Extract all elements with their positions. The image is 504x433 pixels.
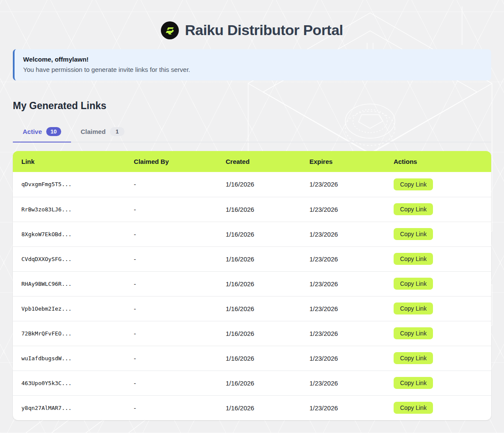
links-table-body: qDvxgmFmg5T5... - 1/16/2026 1/23/2026 Co… xyxy=(13,172,491,420)
actions-cell: Copy Link xyxy=(394,172,491,197)
claimed-by-cell: - xyxy=(134,246,226,271)
copy-link-button[interactable]: Copy Link xyxy=(394,402,433,414)
actions-cell: Copy Link xyxy=(394,296,491,321)
claimed-by-cell: - xyxy=(134,346,226,371)
link-code-cell: Vpb1Oebm2Iez... xyxy=(13,296,134,321)
table-row: RrBw3zo83LJ6... - 1/16/2026 1/23/2026 Co… xyxy=(13,197,491,222)
created-cell: 1/16/2026 xyxy=(225,371,309,395)
actions-cell: Copy Link xyxy=(394,222,491,246)
link-code-cell: 463Upo0Y5k3C... xyxy=(13,371,134,395)
expires-cell: 1/23/2026 xyxy=(309,321,394,346)
copy-link-button[interactable]: Copy Link xyxy=(394,352,433,364)
links-table: Link Claimed By Created Expires Actions … xyxy=(13,151,491,420)
copy-link-button[interactable]: Copy Link xyxy=(394,327,433,339)
table-row: 8XgkoW7EkOBd... - 1/16/2026 1/23/2026 Co… xyxy=(13,222,491,246)
expires-cell: 1/23/2026 xyxy=(309,197,394,222)
claimed-by-cell: - xyxy=(134,197,226,222)
welcome-banner-title: Welcome, offmylawn! xyxy=(23,56,483,63)
created-cell: 1/16/2026 xyxy=(225,395,309,420)
page-container: Raiku Distributor Portal Welcome, offmyl… xyxy=(0,0,504,420)
created-cell: 1/16/2026 xyxy=(225,321,309,346)
links-tabs: Active 10 Claimed 1 xyxy=(13,123,491,142)
expires-cell: 1/23/2026 xyxy=(309,246,394,271)
copy-link-button[interactable]: Copy Link xyxy=(394,203,433,215)
section-title: My Generated Links xyxy=(13,100,491,112)
actions-cell: Copy Link xyxy=(394,371,491,395)
created-cell: 1/16/2026 xyxy=(225,346,309,371)
link-code-cell: RHAy9BWLC96R... xyxy=(13,271,134,296)
expires-cell: 1/23/2026 xyxy=(309,271,394,296)
expires-cell: 1/23/2026 xyxy=(309,172,394,197)
claimed-by-cell: - xyxy=(134,371,226,395)
column-header-expires: Expires xyxy=(309,151,394,172)
claimed-by-cell: - xyxy=(134,395,226,420)
claimed-by-cell: - xyxy=(134,321,226,346)
created-cell: 1/16/2026 xyxy=(225,172,309,197)
app-header: Raiku Distributor Portal xyxy=(13,0,491,45)
actions-cell: Copy Link xyxy=(394,246,491,271)
actions-cell: Copy Link xyxy=(394,197,491,222)
link-code-cell: CVdqDXXOySFG... xyxy=(13,246,134,271)
claimed-by-cell: - xyxy=(134,222,226,246)
link-code-cell: 8XgkoW7EkOBd... xyxy=(13,222,134,246)
tab-active-label: Active xyxy=(23,128,42,135)
table-row: RHAy9BWLC96R... - 1/16/2026 1/23/2026 Co… xyxy=(13,271,491,296)
actions-cell: Copy Link xyxy=(394,321,491,346)
table-row: y8qn27AlMAR7... - 1/16/2026 1/23/2026 Co… xyxy=(13,395,491,420)
expires-cell: 1/23/2026 xyxy=(309,395,394,420)
copy-link-button[interactable]: Copy Link xyxy=(394,377,433,389)
column-header-created: Created xyxy=(225,151,309,172)
tab-claimed-count-badge: 1 xyxy=(110,127,125,136)
table-row: CVdqDXXOySFG... - 1/16/2026 1/23/2026 Co… xyxy=(13,246,491,271)
created-cell: 1/16/2026 xyxy=(225,271,309,296)
copy-link-button[interactable]: Copy Link xyxy=(394,178,433,190)
link-code-cell: y8qn27AlMAR7... xyxy=(13,395,134,420)
tab-claimed[interactable]: Claimed 1 xyxy=(71,123,134,142)
actions-cell: Copy Link xyxy=(394,395,491,420)
column-header-link: Link xyxy=(13,151,134,172)
expires-cell: 1/23/2026 xyxy=(309,296,394,321)
table-row: wuIafdbugsdW... - 1/16/2026 1/23/2026 Co… xyxy=(13,346,491,371)
created-cell: 1/16/2026 xyxy=(225,296,309,321)
tab-active-count-badge: 10 xyxy=(46,127,61,136)
link-code-cell: RrBw3zo83LJ6... xyxy=(13,197,134,222)
claimed-by-cell: - xyxy=(134,296,226,321)
links-table-header: Link Claimed By Created Expires Actions xyxy=(13,151,491,172)
created-cell: 1/16/2026 xyxy=(225,222,309,246)
link-code-cell: 72BkMrQFvFEO... xyxy=(13,321,134,346)
table-row: 72BkMrQFvFEO... - 1/16/2026 1/23/2026 Co… xyxy=(13,321,491,346)
link-code-cell: wuIafdbugsdW... xyxy=(13,346,134,371)
column-header-actions: Actions xyxy=(394,151,491,172)
welcome-banner: Welcome, offmylawn! You have permission … xyxy=(13,49,491,80)
expires-cell: 1/23/2026 xyxy=(309,371,394,395)
column-header-claimed-by: Claimed By xyxy=(134,151,226,172)
copy-link-button[interactable]: Copy Link xyxy=(394,228,433,240)
raiku-logo-icon xyxy=(161,21,179,39)
copy-link-button[interactable]: Copy Link xyxy=(394,253,433,265)
copy-link-button[interactable]: Copy Link xyxy=(394,303,433,314)
table-row: Vpb1Oebm2Iez... - 1/16/2026 1/23/2026 Co… xyxy=(13,296,491,321)
table-row: qDvxgmFmg5T5... - 1/16/2026 1/23/2026 Co… xyxy=(13,172,491,197)
copy-link-button[interactable]: Copy Link xyxy=(394,278,433,290)
claimed-by-cell: - xyxy=(134,271,226,296)
claimed-by-cell: - xyxy=(134,172,226,197)
tab-active[interactable]: Active 10 xyxy=(13,123,71,142)
page-title: Raiku Distributor Portal xyxy=(185,22,343,39)
welcome-banner-message: You have permission to generate invite l… xyxy=(23,66,483,73)
expires-cell: 1/23/2026 xyxy=(309,222,394,246)
created-cell: 1/16/2026 xyxy=(225,197,309,222)
actions-cell: Copy Link xyxy=(394,271,491,296)
tab-claimed-label: Claimed xyxy=(81,128,106,135)
links-table-card: Link Claimed By Created Expires Actions … xyxy=(13,151,491,420)
actions-cell: Copy Link xyxy=(394,346,491,371)
table-row: 463Upo0Y5k3C... - 1/16/2026 1/23/2026 Co… xyxy=(13,371,491,395)
created-cell: 1/16/2026 xyxy=(225,246,309,271)
link-code-cell: qDvxgmFmg5T5... xyxy=(13,172,134,197)
expires-cell: 1/23/2026 xyxy=(309,346,394,371)
